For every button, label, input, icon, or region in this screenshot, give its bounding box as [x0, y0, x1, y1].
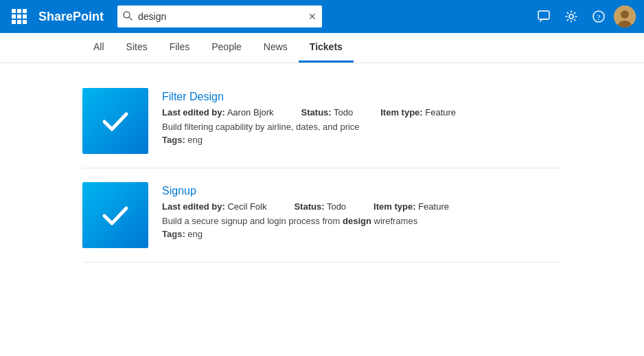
- svg-point-7: [621, 10, 629, 19]
- tab-people[interactable]: People: [200, 32, 253, 63]
- last-edited-label: Last edited by:: [162, 107, 225, 118]
- tab-news[interactable]: News: [253, 32, 299, 63]
- desc-before: Build a secure signup and login process …: [162, 216, 343, 226]
- last-edited-value: Cecil Folk: [227, 201, 266, 212]
- item-type-label: Item type:: [380, 107, 422, 118]
- result-item: Signup Last edited by: Cecil Folk Status…: [82, 168, 562, 263]
- result-tags: Tags: eng: [162, 229, 562, 239]
- svg-rect-2: [538, 11, 549, 19]
- tab-files[interactable]: Files: [159, 32, 201, 63]
- result-title[interactable]: Filter Design: [162, 91, 562, 103]
- last-edited-meta: Last edited by: Aaron Bjork: [162, 107, 274, 118]
- results-area: Filter Design Last edited by: Aaron Bjor…: [0, 63, 644, 274]
- help-button[interactable]: ?: [586, 4, 611, 29]
- result-meta: Last edited by: Aaron Bjork Status: Todo…: [162, 107, 562, 118]
- search-bar: ✕: [117, 5, 321, 27]
- tags-label: Tags:: [162, 229, 185, 239]
- waffle-button[interactable]: [8, 5, 30, 27]
- item-type-meta: Item type: Feature: [373, 201, 449, 212]
- chat-button[interactable]: [531, 4, 556, 29]
- status-value: Todo: [334, 107, 353, 118]
- tags-value: eng: [187, 135, 203, 145]
- tab-tickets[interactable]: Tickets: [299, 32, 354, 63]
- last-edited-label: Last edited by:: [162, 201, 225, 212]
- desc-highlight: design: [343, 216, 371, 226]
- clear-search-button[interactable]: ✕: [308, 11, 317, 22]
- desc-after: wireframes: [371, 216, 417, 226]
- result-tags: Tags: eng: [162, 135, 562, 145]
- result-thumbnail: [82, 182, 148, 248]
- result-description: Build a secure signup and login process …: [162, 216, 562, 226]
- item-type-value: Feature: [418, 201, 449, 212]
- search-input[interactable]: [138, 11, 302, 22]
- result-meta: Last edited by: Cecil Folk Status: Todo …: [162, 201, 562, 212]
- result-content: Filter Design Last edited by: Aaron Bjor…: [162, 88, 562, 145]
- item-type-meta: Item type: Feature: [380, 107, 456, 118]
- svg-text:?: ?: [597, 13, 601, 21]
- item-type-value: Feature: [425, 107, 456, 118]
- tags-value: eng: [187, 229, 203, 239]
- tab-sites[interactable]: Sites: [115, 32, 159, 63]
- result-description: Build filtering capability by airline, d…: [162, 122, 562, 132]
- settings-button[interactable]: [559, 4, 584, 29]
- svg-line-1: [129, 17, 132, 20]
- result-title[interactable]: Signup: [162, 185, 562, 197]
- result-content: Signup Last edited by: Cecil Folk Status…: [162, 182, 562, 239]
- status-meta: Status: Todo: [294, 201, 346, 212]
- nav-tabs: All Sites Files People News Tickets: [0, 33, 644, 63]
- tags-label: Tags:: [162, 135, 185, 145]
- status-label: Status:: [301, 107, 332, 118]
- header-icons: ?: [531, 4, 636, 29]
- header: SharePoint ✕ ?: [0, 0, 644, 33]
- tab-all[interactable]: All: [82, 32, 115, 63]
- search-icon: [123, 11, 133, 23]
- status-meta: Status: Todo: [301, 107, 354, 118]
- user-avatar[interactable]: [614, 5, 636, 27]
- last-edited-value: Aaron Bjork: [227, 107, 274, 118]
- svg-point-3: [569, 14, 573, 19]
- status-label: Status:: [294, 201, 324, 212]
- result-thumbnail: [82, 88, 148, 154]
- status-value: Todo: [327, 201, 346, 212]
- item-type-label: Item type:: [373, 201, 415, 212]
- last-edited-meta: Last edited by: Cecil Folk: [162, 201, 266, 212]
- app-title: SharePoint: [38, 10, 104, 24]
- result-item: Filter Design Last edited by: Aaron Bjor…: [82, 74, 562, 168]
